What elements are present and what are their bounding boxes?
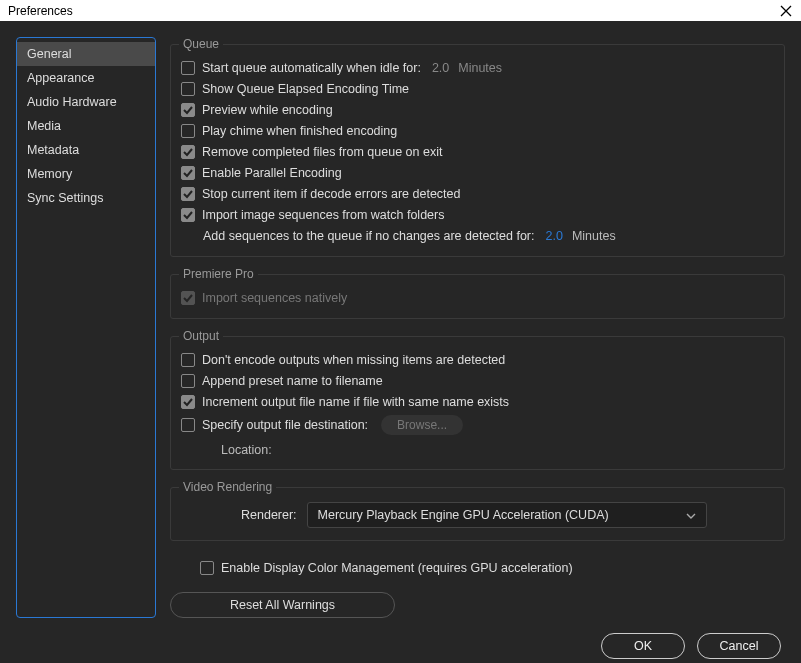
group-premiere-legend: Premiere Pro <box>179 267 258 281</box>
group-video-rendering: Video Rendering Renderer: Mercury Playba… <box>170 480 785 541</box>
group-premiere: Premiere Pro Import sequences natively <box>170 267 785 319</box>
group-output-legend: Output <box>179 329 223 343</box>
titlebar: Preferences <box>0 0 801 21</box>
checkbox-stop-on-decode-error[interactable] <box>181 187 195 201</box>
sidebar-item-metadata[interactable]: Metadata <box>17 138 155 162</box>
label-add-seq-no-changes: Add sequences to the queue if no changes… <box>203 229 535 243</box>
group-video-legend: Video Rendering <box>179 480 276 494</box>
checkbox-start-queue-auto[interactable] <box>181 61 195 75</box>
label-append-preset: Append preset name to filename <box>202 374 383 388</box>
checkbox-play-chime[interactable] <box>181 124 195 138</box>
value-idle-minutes[interactable]: 2.0 <box>432 61 449 75</box>
label-parallel-encoding: Enable Parallel Encoding <box>202 166 342 180</box>
checkbox-color-management[interactable] <box>200 561 214 575</box>
checkbox-append-preset[interactable] <box>181 374 195 388</box>
renderer-selected: Mercury Playback Engine GPU Acceleration… <box>318 508 609 522</box>
label-import-image-seq: Import image sequences from watch folder… <box>202 208 444 222</box>
checkbox-parallel-encoding[interactable] <box>181 166 195 180</box>
body: General Appearance Audio Hardware Media … <box>0 21 801 628</box>
label-show-elapsed: Show Queue Elapsed Encoding Time <box>202 82 409 96</box>
checkbox-increment-filename[interactable] <box>181 395 195 409</box>
checkbox-show-elapsed[interactable] <box>181 82 195 96</box>
sidebar-item-memory[interactable]: Memory <box>17 162 155 186</box>
label-renderer: Renderer: <box>241 508 297 522</box>
label-dont-encode-missing: Don't encode outputs when missing items … <box>202 353 505 367</box>
value-seq-minutes[interactable]: 2.0 <box>546 229 563 243</box>
group-queue: Queue Start queue automatically when idl… <box>170 37 785 257</box>
label-play-chime: Play chime when finished encoding <box>202 124 397 138</box>
label-start-queue-auto: Start queue automatically when idle for: <box>202 61 421 75</box>
group-output: Output Don't encode outputs when missing… <box>170 329 785 470</box>
label-remove-completed: Remove completed files from queue on exi… <box>202 145 442 159</box>
label-specify-destination: Specify output file destination: <box>202 418 368 432</box>
label-import-natively: Import sequences natively <box>202 291 347 305</box>
sidebar-item-sync-settings[interactable]: Sync Settings <box>17 186 155 210</box>
sidebar-item-general[interactable]: General <box>17 42 155 66</box>
cancel-button[interactable]: Cancel <box>697 633 781 659</box>
unit-idle-minutes: Minutes <box>458 61 502 75</box>
unit-seq-minutes: Minutes <box>572 229 616 243</box>
label-location: Location: <box>221 443 272 457</box>
renderer-select[interactable]: Mercury Playback Engine GPU Acceleration… <box>307 502 707 528</box>
checkbox-dont-encode-missing[interactable] <box>181 353 195 367</box>
checkbox-specify-destination[interactable] <box>181 418 195 432</box>
main-panel: Queue Start queue automatically when idl… <box>170 37 785 618</box>
group-queue-legend: Queue <box>179 37 223 51</box>
sidebar-item-audio-hardware[interactable]: Audio Hardware <box>17 90 155 114</box>
browse-button: Browse... <box>381 415 463 435</box>
checkbox-import-image-seq[interactable] <box>181 208 195 222</box>
chevron-down-icon <box>686 510 696 520</box>
footer: OK Cancel <box>0 628 801 663</box>
ok-button[interactable]: OK <box>601 633 685 659</box>
sidebar-item-appearance[interactable]: Appearance <box>17 66 155 90</box>
checkbox-preview-encoding[interactable] <box>181 103 195 117</box>
close-icon[interactable] <box>779 4 793 18</box>
label-stop-on-decode-error: Stop current item if decode errors are d… <box>202 187 460 201</box>
window-title: Preferences <box>8 4 73 18</box>
reset-warnings-button[interactable]: Reset All Warnings <box>170 592 395 618</box>
checkbox-import-natively <box>181 291 195 305</box>
label-color-management: Enable Display Color Management (require… <box>221 561 573 575</box>
sidebar: General Appearance Audio Hardware Media … <box>16 37 156 618</box>
label-preview-encoding: Preview while encoding <box>202 103 333 117</box>
sidebar-item-media[interactable]: Media <box>17 114 155 138</box>
label-increment-filename: Increment output file name if file with … <box>202 395 509 409</box>
preferences-window: Preferences General Appearance Audio Har… <box>0 0 801 663</box>
checkbox-remove-completed[interactable] <box>181 145 195 159</box>
